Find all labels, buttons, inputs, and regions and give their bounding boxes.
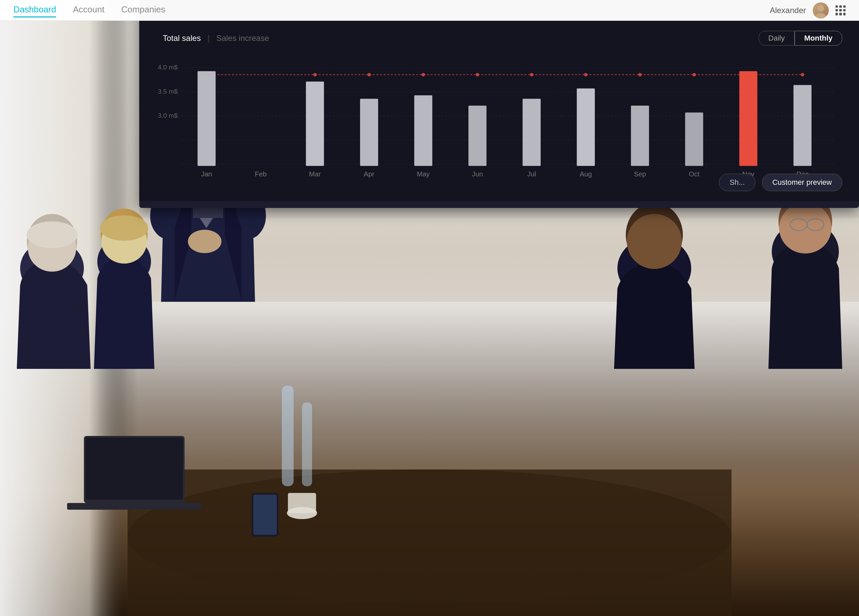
svg-text:Mar: Mar [309, 170, 321, 178]
svg-point-24 [367, 73, 371, 76]
dashboard-content: Total sales | Sales increase Daily Month… [139, 21, 859, 201]
svg-text:Sep: Sep [634, 170, 646, 178]
chart-svg: 4.0 m$ 3.5 m$ 3.0 m$ Jan Feb Mar Apr May… [156, 54, 842, 181]
svg-rect-42 [739, 71, 757, 166]
svg-text:Feb: Feb [255, 170, 267, 178]
svg-rect-36 [414, 95, 433, 166]
tab-total-sales[interactable]: Total sales [156, 31, 208, 45]
chart-area: 4.0 m$ 3.5 m$ 3.0 m$ Jan Feb Mar Apr May… [156, 54, 842, 181]
svg-rect-34 [306, 81, 324, 166]
navbar: Dashboard Account Companies Alexander [0, 0, 859, 21]
svg-text:4.0 m$: 4.0 m$ [158, 64, 178, 71]
svg-point-32 [801, 73, 804, 76]
period-daily-button[interactable]: Daily [759, 31, 795, 45]
svg-text:Aug: Aug [580, 170, 592, 178]
period-monthly-button[interactable]: Monthly [795, 31, 842, 45]
svg-point-30 [692, 73, 696, 76]
nav-tab-dashboard[interactable]: Dashboard [13, 5, 56, 16]
nav-username: Alexander [770, 6, 806, 15]
svg-rect-41 [685, 113, 703, 166]
svg-point-29 [638, 73, 642, 76]
svg-rect-39 [577, 89, 595, 166]
nav-tab-account[interactable]: Account [73, 5, 105, 16]
svg-point-27 [530, 73, 534, 76]
svg-text:Jun: Jun [472, 170, 483, 178]
avatar[interactable] [813, 2, 829, 19]
chart-header: Total sales | Sales increase Daily Month… [156, 31, 842, 45]
svg-rect-40 [631, 106, 649, 166]
nav-right: Alexander [770, 2, 846, 19]
svg-text:3.5 m$: 3.5 m$ [158, 88, 178, 95]
svg-rect-33 [198, 71, 216, 166]
tab-sales-increase[interactable]: Sales increase [210, 31, 276, 45]
svg-point-25 [422, 73, 425, 76]
show-button[interactable]: Sh... [719, 174, 755, 191]
svg-point-23 [313, 73, 317, 76]
svg-point-26 [476, 73, 479, 76]
svg-rect-38 [522, 99, 540, 166]
table-surface [0, 448, 859, 616]
svg-rect-35 [360, 99, 378, 166]
grid-menu-icon[interactable] [836, 5, 846, 16]
svg-text:May: May [417, 170, 430, 178]
svg-text:3.0 m$: 3.0 m$ [158, 112, 178, 119]
svg-rect-43 [793, 85, 812, 166]
chart-tabs: Total sales | Sales increase [156, 31, 276, 45]
nav-tabs: Dashboard Account Companies [13, 5, 770, 16]
svg-point-0 [817, 5, 824, 12]
customer-preview-button[interactable]: Customer preview [762, 174, 842, 191]
svg-text:Apr: Apr [364, 170, 375, 178]
svg-text:Oct: Oct [689, 170, 700, 178]
period-buttons: Daily Monthly [759, 31, 842, 45]
svg-point-28 [584, 73, 587, 76]
svg-text:Jul: Jul [527, 170, 536, 178]
svg-text:Jan: Jan [201, 170, 212, 178]
svg-point-1 [815, 13, 826, 19]
bottom-buttons: Sh... Customer preview [719, 174, 842, 191]
nav-tab-companies[interactable]: Companies [121, 5, 166, 16]
svg-rect-37 [469, 106, 487, 166]
